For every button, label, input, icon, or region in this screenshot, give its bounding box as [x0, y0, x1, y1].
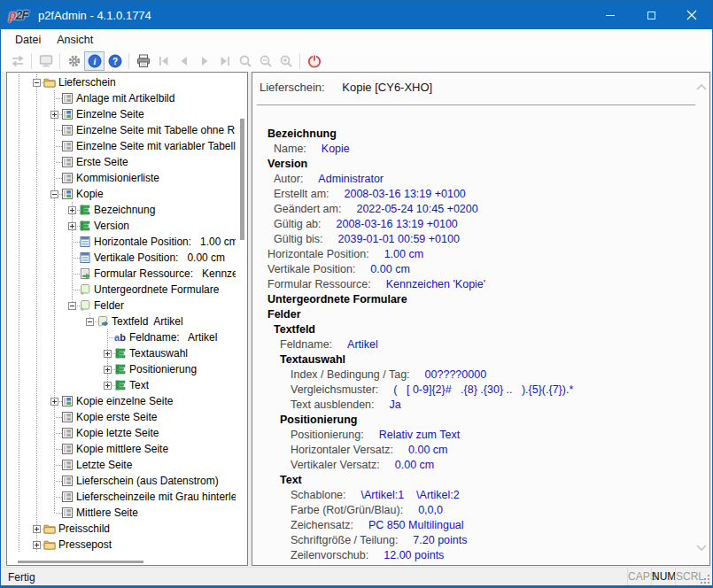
expand-toggle[interactable]	[33, 525, 41, 533]
tree-item[interactable]: Einzelne Seite	[7, 106, 236, 122]
scroll-arrow-icon	[97, 315, 109, 328]
tree-item-label: Kopie	[76, 188, 104, 200]
tree-item[interactable]: Formular Ressource: Kennzeichen	[7, 266, 236, 282]
detail-field-value: 12.00 points	[384, 549, 444, 561]
tree-item[interactable]: Kommisionierliste	[7, 170, 236, 186]
close-icon	[686, 10, 697, 20]
expand-toggle[interactable]	[86, 318, 94, 326]
tree-item[interactable]: abFeldname: Artikel	[7, 329, 236, 345]
num-indicator: NUM	[651, 568, 675, 586]
scrl-indicator: SCRL	[675, 568, 699, 586]
tree-item[interactable]: Textauswahl	[7, 345, 236, 361]
scroll-up-icon[interactable]	[695, 83, 708, 91]
tree-item[interactable]: Horizontale Position: 1.00 cm	[7, 234, 236, 250]
expand-toggle[interactable]	[104, 350, 112, 358]
expand-toggle[interactable]	[104, 382, 112, 390]
tree-item-label: Lieferscheinzeile mit Grau hinterlegt	[76, 491, 236, 503]
tree-item[interactable]: Anlage mit Artikelbild	[7, 90, 236, 106]
detail-field: Zeichensatz:PC 850 Multilingual	[252, 518, 695, 533]
detail-section-title: Positionierung	[280, 414, 358, 426]
gear-icon	[66, 53, 82, 69]
tree-item[interactable]: Bezeichnung	[7, 202, 236, 218]
tree-guide	[54, 234, 55, 250]
tree-guide	[36, 106, 37, 122]
detail-field-value: Relativ zum Text	[379, 429, 460, 441]
detail-field-value: 1.00 cm	[384, 248, 423, 260]
tree-horizontal-scrollbar[interactable]	[18, 561, 143, 563]
scroll-down-icon[interactable]	[695, 544, 708, 552]
tree-item[interactable]: Kopie letzte Seite	[7, 425, 236, 441]
tree-item[interactable]: Untergeordnete Formulare	[7, 282, 236, 298]
gear-button[interactable]	[64, 51, 84, 71]
doc-gray-icon	[61, 507, 74, 519]
detail-field-value: 00????0000	[425, 368, 487, 381]
tree-guide	[19, 329, 19, 345]
tree-item[interactable]: Positionierung	[7, 361, 236, 377]
tree-item[interactable]: Einzelne Seite mit Tabelle ohne Rück	[7, 122, 236, 138]
expand-toggle[interactable]	[33, 541, 41, 549]
detail-field-label: Vertikale Position:	[267, 263, 355, 275]
tree-guide	[36, 202, 37, 218]
tree-item[interactable]: Pressepost	[7, 537, 236, 553]
tree-guide	[36, 425, 37, 441]
resize-grip[interactable]	[699, 568, 712, 586]
tree-guide	[36, 393, 37, 409]
e-green-icon	[114, 379, 127, 391]
expand-toggle[interactable]	[68, 206, 76, 214]
tree-guide	[36, 329, 37, 345]
expand-toggle[interactable]	[68, 222, 76, 230]
help-button[interactable]: ?	[105, 51, 125, 71]
tree-item[interactable]: Version	[7, 218, 236, 234]
expand-toggle[interactable]	[50, 190, 58, 198]
tree-guide	[36, 122, 37, 138]
tree-item[interactable]: Vertikale Position: 0.00 cm	[7, 250, 236, 266]
tree-guide	[19, 345, 19, 361]
expand-toggle[interactable]	[68, 302, 76, 310]
tree-item[interactable]: Kopie	[7, 186, 236, 202]
tree-guide	[19, 521, 19, 537]
detail-field: Zeilenvorschub:12.00 points	[252, 548, 695, 563]
tree-item[interactable]: Kopie einzelne Seite	[7, 393, 236, 409]
tree-item[interactable]: Text	[7, 377, 236, 393]
expand-toggle[interactable]	[104, 366, 112, 374]
expand-toggle[interactable]	[33, 79, 41, 87]
tree-guide	[36, 473, 37, 489]
tree-item[interactable]: Lieferschein	[7, 74, 236, 90]
tree-item[interactable]: Lieferscheinzeile mit Grau hinterlegt	[7, 489, 236, 505]
tree-item[interactable]: Mittlere Seite	[7, 505, 236, 521]
close-button[interactable]	[671, 1, 712, 29]
info-icon: i	[87, 53, 103, 69]
tree-guide	[19, 170, 19, 186]
maximize-button[interactable]	[631, 1, 671, 29]
detail-field-value: 0.00 cm	[408, 444, 447, 456]
tree-guide	[19, 313, 19, 329]
detail-section-header: Felder	[252, 307, 695, 322]
info-button[interactable]: i	[84, 51, 105, 71]
tree-item[interactable]: Letzte Seite	[7, 457, 236, 473]
tree-item[interactable]: Felder	[7, 298, 236, 313]
minimize-button[interactable]	[590, 1, 631, 29]
tree-item[interactable]: Preisschild	[7, 521, 236, 537]
power-button[interactable]	[304, 51, 324, 71]
menu-item-datei[interactable]: Datei	[7, 29, 49, 50]
detail-field-label: Feldname:	[280, 338, 332, 351]
tree-guide	[36, 298, 37, 313]
tree-item[interactable]: Erste Seite	[7, 154, 236, 170]
detail-field-value: \Artikel:1 \Artikel:2	[361, 489, 460, 501]
tree-item[interactable]: Textfeld Artikel	[7, 313, 236, 329]
tree-vertical-scrollbar[interactable]	[240, 119, 244, 240]
tree-guide	[19, 138, 19, 154]
tree-item[interactable]: Einzelne Seite mit variabler Tabelle	[7, 138, 236, 154]
menu-item-ansicht[interactable]: Ansicht	[49, 29, 101, 50]
tree-item[interactable]: Kopie erste Seite	[7, 409, 236, 425]
tree-item-label: Letzte Seite	[76, 459, 132, 471]
tree-item[interactable]: Kopie mittlere Seite	[7, 441, 236, 457]
printer-button[interactable]	[133, 51, 153, 71]
tree-item[interactable]: Lieferschein (aus Datenstrom)	[7, 473, 236, 489]
detail-section-header: Positionierung	[252, 413, 695, 428]
tree-connector	[54, 409, 55, 425]
expand-toggle[interactable]	[50, 398, 58, 406]
detail-field: Vertikaler Versatz:0.00 cm	[252, 458, 695, 473]
detail-field-value: 0.00 cm	[395, 459, 434, 471]
expand-toggle[interactable]	[50, 111, 58, 119]
